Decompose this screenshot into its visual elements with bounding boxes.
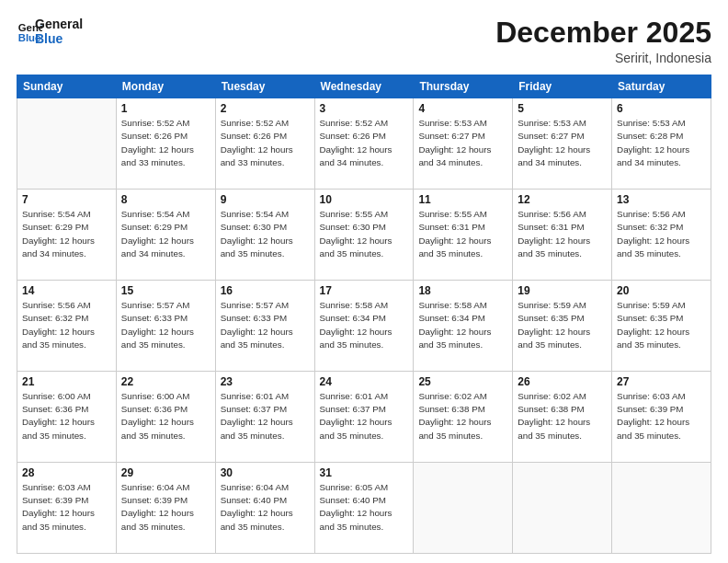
calendar-cell: 28Sunrise: 6:03 AMSunset: 6:39 PMDayligh… <box>17 463 117 554</box>
calendar-cell: 15Sunrise: 5:57 AMSunset: 6:33 PMDayligh… <box>116 281 215 372</box>
day-info: Sunrise: 6:00 AMSunset: 6:36 PMDaylight:… <box>22 390 111 442</box>
calendar-cell: 21Sunrise: 6:00 AMSunset: 6:36 PMDayligh… <box>17 372 117 463</box>
day-number: 16 <box>221 284 310 297</box>
calendar-cell: 23Sunrise: 6:01 AMSunset: 6:37 PMDayligh… <box>215 372 314 463</box>
day-info: Sunrise: 5:56 AMSunset: 6:31 PMDaylight:… <box>518 208 607 260</box>
day-number: 9 <box>221 193 310 206</box>
day-info: Sunrise: 5:55 AMSunset: 6:30 PMDaylight:… <box>320 208 409 260</box>
calendar-cell <box>612 463 711 554</box>
day-number: 6 <box>617 102 706 115</box>
title-block: December 2025 Seririt, Indonesia <box>495 17 711 65</box>
day-number: 8 <box>121 193 210 206</box>
day-number: 10 <box>320 193 409 206</box>
header-tuesday: Tuesday <box>215 75 314 98</box>
day-number: 22 <box>121 375 210 388</box>
calendar-cell: 8Sunrise: 5:54 AMSunset: 6:29 PMDaylight… <box>116 190 215 281</box>
day-number: 15 <box>121 284 210 297</box>
day-info: Sunrise: 5:52 AMSunset: 6:26 PMDaylight:… <box>320 117 409 169</box>
day-number: 31 <box>320 466 409 479</box>
day-number: 4 <box>418 102 507 115</box>
day-number: 27 <box>617 375 706 388</box>
day-info: Sunrise: 6:05 AMSunset: 6:40 PMDaylight:… <box>320 481 409 534</box>
calendar-cell: 10Sunrise: 5:55 AMSunset: 6:30 PMDayligh… <box>314 190 414 281</box>
day-info: Sunrise: 6:04 AMSunset: 6:39 PMDaylight:… <box>121 481 210 534</box>
calendar-week-row: 14Sunrise: 5:56 AMSunset: 6:32 PMDayligh… <box>17 281 711 372</box>
calendar-cell: 13Sunrise: 5:56 AMSunset: 6:32 PMDayligh… <box>612 190 711 281</box>
logo-line2: Blue <box>35 31 83 46</box>
header-sunday: Sunday <box>17 75 117 98</box>
day-info: Sunrise: 5:56 AMSunset: 6:32 PMDaylight:… <box>617 208 706 260</box>
day-number: 5 <box>518 102 607 115</box>
day-info: Sunrise: 5:57 AMSunset: 6:33 PMDaylight:… <box>221 299 310 351</box>
day-number: 13 <box>617 193 706 206</box>
day-info: Sunrise: 5:59 AMSunset: 6:35 PMDaylight:… <box>617 299 706 351</box>
day-number: 21 <box>22 375 111 388</box>
header-thursday: Thursday <box>414 75 513 98</box>
calendar-cell <box>17 98 117 190</box>
calendar-cell: 5Sunrise: 5:53 AMSunset: 6:27 PMDaylight… <box>513 98 612 190</box>
calendar-page: General Blue General Blue December 2025 … <box>0 0 728 563</box>
day-number: 20 <box>617 284 706 297</box>
day-number: 30 <box>221 466 310 479</box>
calendar-cell: 1Sunrise: 5:52 AMSunset: 6:26 PMDaylight… <box>116 98 215 190</box>
day-info: Sunrise: 5:54 AMSunset: 6:29 PMDaylight:… <box>121 208 210 260</box>
month-title: December 2025 <box>495 17 711 49</box>
day-number: 26 <box>518 375 607 388</box>
day-info: Sunrise: 5:56 AMSunset: 6:32 PMDaylight:… <box>22 299 111 351</box>
calendar-cell: 20Sunrise: 5:59 AMSunset: 6:35 PMDayligh… <box>612 281 711 372</box>
calendar-cell: 2Sunrise: 5:52 AMSunset: 6:26 PMDaylight… <box>215 98 314 190</box>
day-info: Sunrise: 5:58 AMSunset: 6:34 PMDaylight:… <box>320 299 409 351</box>
day-info: Sunrise: 5:53 AMSunset: 6:27 PMDaylight:… <box>418 117 507 169</box>
day-info: Sunrise: 5:55 AMSunset: 6:31 PMDaylight:… <box>418 208 507 260</box>
logo: General Blue General Blue <box>17 17 83 46</box>
calendar-week-row: 28Sunrise: 6:03 AMSunset: 6:39 PMDayligh… <box>17 463 711 554</box>
day-info: Sunrise: 5:53 AMSunset: 6:27 PMDaylight:… <box>518 117 607 169</box>
calendar-cell: 31Sunrise: 6:05 AMSunset: 6:40 PMDayligh… <box>314 463 414 554</box>
calendar-cell: 24Sunrise: 6:01 AMSunset: 6:37 PMDayligh… <box>314 372 414 463</box>
calendar-cell: 4Sunrise: 5:53 AMSunset: 6:27 PMDaylight… <box>414 98 513 190</box>
day-info: Sunrise: 5:57 AMSunset: 6:33 PMDaylight:… <box>121 299 210 351</box>
header-saturday: Saturday <box>612 75 711 98</box>
calendar-cell: 9Sunrise: 5:54 AMSunset: 6:30 PMDaylight… <box>215 190 314 281</box>
day-info: Sunrise: 5:59 AMSunset: 6:35 PMDaylight:… <box>518 299 607 351</box>
calendar-cell: 12Sunrise: 5:56 AMSunset: 6:31 PMDayligh… <box>513 190 612 281</box>
day-info: Sunrise: 5:58 AMSunset: 6:34 PMDaylight:… <box>418 299 507 351</box>
day-number: 3 <box>320 102 409 115</box>
calendar-cell <box>414 463 513 554</box>
calendar-cell: 22Sunrise: 6:00 AMSunset: 6:36 PMDayligh… <box>116 372 215 463</box>
day-info: Sunrise: 6:00 AMSunset: 6:36 PMDaylight:… <box>121 390 210 442</box>
day-number: 17 <box>320 284 409 297</box>
calendar-week-row: 1Sunrise: 5:52 AMSunset: 6:26 PMDaylight… <box>17 98 711 190</box>
calendar-table: Sunday Monday Tuesday Wednesday Thursday… <box>17 75 711 554</box>
day-info: Sunrise: 5:54 AMSunset: 6:30 PMDaylight:… <box>221 208 310 260</box>
calendar-cell: 30Sunrise: 6:04 AMSunset: 6:40 PMDayligh… <box>215 463 314 554</box>
day-number: 24 <box>320 375 409 388</box>
calendar-cell: 7Sunrise: 5:54 AMSunset: 6:29 PMDaylight… <box>17 190 117 281</box>
calendar-cell: 16Sunrise: 5:57 AMSunset: 6:33 PMDayligh… <box>215 281 314 372</box>
calendar-cell: 27Sunrise: 6:03 AMSunset: 6:39 PMDayligh… <box>612 372 711 463</box>
day-number: 18 <box>418 284 507 297</box>
day-info: Sunrise: 6:03 AMSunset: 6:39 PMDaylight:… <box>617 390 706 442</box>
day-info: Sunrise: 6:02 AMSunset: 6:38 PMDaylight:… <box>518 390 607 442</box>
day-info: Sunrise: 6:01 AMSunset: 6:37 PMDaylight:… <box>221 390 310 442</box>
day-number: 25 <box>418 375 507 388</box>
header-wednesday: Wednesday <box>314 75 414 98</box>
day-info: Sunrise: 5:54 AMSunset: 6:29 PMDaylight:… <box>22 208 111 260</box>
day-info: Sunrise: 6:01 AMSunset: 6:37 PMDaylight:… <box>320 390 409 442</box>
calendar-cell: 3Sunrise: 5:52 AMSunset: 6:26 PMDaylight… <box>314 98 414 190</box>
day-number: 2 <box>221 102 310 115</box>
calendar-week-row: 7Sunrise: 5:54 AMSunset: 6:29 PMDaylight… <box>17 190 711 281</box>
day-info: Sunrise: 5:52 AMSunset: 6:26 PMDaylight:… <box>221 117 310 169</box>
calendar-cell: 25Sunrise: 6:02 AMSunset: 6:38 PMDayligh… <box>414 372 513 463</box>
calendar-cell: 18Sunrise: 5:58 AMSunset: 6:34 PMDayligh… <box>414 281 513 372</box>
day-number: 23 <box>221 375 310 388</box>
day-number: 12 <box>518 193 607 206</box>
calendar-cell: 19Sunrise: 5:59 AMSunset: 6:35 PMDayligh… <box>513 281 612 372</box>
calendar-cell: 6Sunrise: 5:53 AMSunset: 6:28 PMDaylight… <box>612 98 711 190</box>
calendar-week-row: 21Sunrise: 6:00 AMSunset: 6:36 PMDayligh… <box>17 372 711 463</box>
header-friday: Friday <box>513 75 612 98</box>
day-info: Sunrise: 5:52 AMSunset: 6:26 PMDaylight:… <box>121 117 210 169</box>
header: General Blue General Blue December 2025 … <box>17 17 711 65</box>
day-info: Sunrise: 6:03 AMSunset: 6:39 PMDaylight:… <box>22 481 111 534</box>
calendar-cell: 14Sunrise: 5:56 AMSunset: 6:32 PMDayligh… <box>17 281 117 372</box>
